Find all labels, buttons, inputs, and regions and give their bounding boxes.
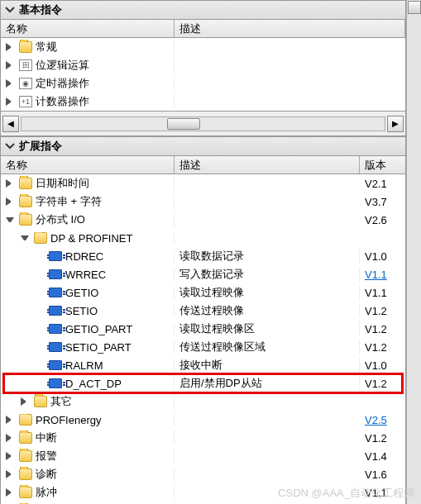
ext-panel: 扩展指令 名称 描述 版本 日期和时间V2.1字符串 + 字符V3.7分布式 I… <box>0 136 406 504</box>
col-name[interactable]: 名称 <box>1 20 175 37</box>
expand-closed-icon[interactable] <box>6 179 14 188</box>
item-label: WRREC <box>65 269 106 281</box>
ext-tree[interactable]: 日期和时间V2.1字符串 + 字符V3.7分布式 I/OV2.6DP & PRO… <box>0 174 406 504</box>
col-name[interactable]: 名称 <box>1 156 175 174</box>
tree-item[interactable]: 字符串 + 字符V3.7 <box>1 193 405 211</box>
tree-item[interactable]: 田位逻辑运算 <box>1 56 405 74</box>
col-ver[interactable]: 版本 <box>360 156 405 174</box>
item-label: 脉冲 <box>36 485 57 500</box>
basic-header[interactable]: 基本指令 <box>0 0 406 20</box>
scroll-left-icon[interactable]: ◄ <box>2 116 19 132</box>
tree-item[interactable]: GETIO读取过程映像V1.1 <box>1 283 405 302</box>
block-icon <box>49 378 62 388</box>
tree-item[interactable]: SETIO_PART传送过程映像区域V1.2 <box>1 338 405 356</box>
tree-item[interactable]: WRREC写入数据记录V1.1 <box>1 265 405 283</box>
item-desc: 读取数据记录 <box>175 249 360 264</box>
expand-closed-icon[interactable] <box>6 452 14 460</box>
item-version: V1.2 <box>360 323 405 335</box>
folder-icon <box>34 396 47 407</box>
tree-item[interactable]: RALRM接收中断V1.0 <box>1 356 405 374</box>
scroll-track[interactable] <box>21 116 385 131</box>
hscrollbar[interactable]: ◄ ► <box>0 112 406 136</box>
expand-open-icon[interactable] <box>21 235 29 244</box>
ext-header[interactable]: 扩展指令 <box>0 136 406 156</box>
tree-item[interactable]: DP & PROFINET <box>1 229 405 247</box>
item-label: GETIO_PART <box>65 323 132 335</box>
expand-spacer <box>36 361 44 369</box>
expand-closed-icon[interactable] <box>21 397 29 406</box>
expand-closed-icon[interactable] <box>6 79 14 88</box>
expand-spacer <box>36 252 44 260</box>
item-desc: 读取过程映像 <box>175 285 360 300</box>
collapse-icon[interactable] <box>4 140 16 152</box>
item-version: V1.2 <box>360 432 405 445</box>
block-icon <box>49 251 62 261</box>
tree-item[interactable]: ◉定时器操作 <box>1 74 405 93</box>
tree-item[interactable]: SETIO传送过程映像V1.2 <box>1 302 405 320</box>
col-desc[interactable]: 描述 <box>175 20 405 37</box>
tree-item[interactable]: 诊断V1.6 <box>1 465 405 483</box>
collapse-icon[interactable] <box>4 4 16 16</box>
item-desc: 启用/禁用DP从站 <box>175 376 360 391</box>
overlay-icon: ◉ <box>19 78 32 89</box>
item-version[interactable]: V2.5 <box>360 414 405 426</box>
tree-item[interactable]: 中断V1.2 <box>1 429 405 447</box>
expand-closed-icon[interactable] <box>6 416 14 424</box>
expand-closed-icon[interactable] <box>6 488 14 497</box>
tree-item[interactable]: +1计数器操作 <box>1 93 405 111</box>
ext-columns: 名称 描述 版本 <box>0 156 406 174</box>
basic-title: 基本指令 <box>19 2 62 17</box>
tree-item[interactable]: 常规 <box>1 38 405 56</box>
item-version: V1.2 <box>360 341 405 354</box>
item-label: 定时器操作 <box>36 76 89 91</box>
item-label: DP & PROFINET <box>50 232 132 245</box>
expand-spacer <box>36 343 44 351</box>
overlay-icon: +1 <box>19 96 32 107</box>
expand-spacer <box>36 379 44 388</box>
col-desc[interactable]: 描述 <box>175 156 360 174</box>
item-label: RDREC <box>65 250 103 263</box>
item-label: D_ACT_DP <box>65 378 122 390</box>
expand-closed-icon[interactable] <box>6 470 14 478</box>
item-label: 位逻辑运算 <box>36 58 89 73</box>
item-version: V1.4 <box>360 450 405 463</box>
tree-item[interactable]: PROFIenergyV2.5 <box>1 411 405 429</box>
expand-closed-icon[interactable] <box>6 61 14 69</box>
expand-closed-icon[interactable] <box>6 97 14 106</box>
expand-spacer <box>36 288 44 297</box>
vscrollbar[interactable] <box>406 0 421 504</box>
scroll-up-icon[interactable] <box>408 1 421 14</box>
item-version[interactable]: V1.1 <box>360 269 405 281</box>
item-version: V1.2 <box>360 378 405 390</box>
item-version: V1.2 <box>360 305 405 317</box>
block-icon <box>49 269 62 279</box>
tree-item[interactable]: D_ACT_DP启用/禁用DP从站V1.2 <box>1 374 405 392</box>
item-version: V2.1 <box>360 178 405 190</box>
item-label: 分布式 I/O <box>36 212 85 227</box>
folder-icon <box>19 178 32 189</box>
folder-icon <box>19 487 32 498</box>
tree-item[interactable]: 报警V1.4 <box>1 447 405 465</box>
item-label: 中断 <box>36 430 57 445</box>
item-version: V3.7 <box>360 196 405 208</box>
tree-item[interactable]: RDREC读取数据记录V1.0 <box>1 247 405 265</box>
tree-item[interactable]: 分布式 I/OV2.6 <box>1 211 405 229</box>
basic-tree[interactable]: 常规田位逻辑运算◉定时器操作+1计数器操作 <box>0 38 406 112</box>
item-version: V1.1 <box>360 287 405 299</box>
expand-open-icon[interactable] <box>6 217 14 226</box>
expand-closed-icon[interactable] <box>6 434 14 442</box>
block-icon <box>49 288 62 297</box>
expand-closed-icon[interactable] <box>6 43 14 51</box>
tree-item[interactable]: 日期和时间V2.1 <box>1 174 405 193</box>
expand-closed-icon[interactable] <box>6 197 14 206</box>
item-desc: 写入数据记录 <box>175 267 360 282</box>
folder-icon <box>19 214 32 226</box>
scroll-thumb[interactable] <box>167 118 200 130</box>
expand-spacer <box>36 270 44 278</box>
scroll-right-icon[interactable]: ► <box>387 116 404 132</box>
item-label: SETIO <box>65 305 98 317</box>
tree-item[interactable]: GETIO_PART读取过程映像区V1.2 <box>1 320 405 338</box>
item-label: 诊断 <box>36 467 57 482</box>
item-label: SETIO_PART <box>65 341 132 354</box>
tree-item[interactable]: 其它 <box>1 392 405 411</box>
